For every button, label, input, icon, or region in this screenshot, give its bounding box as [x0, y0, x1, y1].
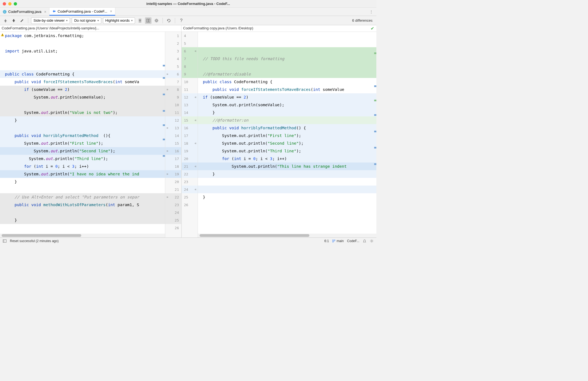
- right-file-path: CodeFormatting copy.java (/Users /Deskto…: [181, 25, 376, 32]
- gutter-line: 23: [182, 178, 198, 186]
- code-line[interactable]: public void horriblyFormattedMethod() {: [198, 124, 376, 132]
- apply-left-icon[interactable]: «: [195, 187, 197, 191]
- code-line[interactable]: [198, 63, 376, 70]
- code-line[interactable]: [0, 101, 165, 109]
- code-line[interactable]: System.out.println("This line has strang…: [198, 163, 376, 170]
- code-line[interactable]: [198, 201, 376, 209]
- apply-right-icon[interactable]: »: [166, 126, 168, 130]
- code-line[interactable]: public void forceIfStatementsToHaveBrace…: [0, 78, 165, 86]
- svg-point-12: [371, 240, 373, 242]
- right-editor-pane[interactable]: // TODO this file needs formatting//@for…: [198, 32, 376, 237]
- edit-button[interactable]: [19, 17, 25, 24]
- git-branch[interactable]: main: [332, 239, 344, 243]
- code-line[interactable]: public void horriblyFormattedMethod (){: [0, 132, 165, 139]
- highlight-mode-dropdown[interactable]: Highlight words ▾: [103, 17, 135, 24]
- minimize-window-button[interactable]: [8, 2, 12, 5]
- code-line[interactable]: }: [0, 178, 165, 186]
- code-line[interactable]: }: [198, 170, 376, 178]
- left-horizontal-scrollbar[interactable]: [0, 234, 165, 237]
- code-line[interactable]: if (someValue == 2): [198, 93, 376, 101]
- code-line[interactable]: }: [0, 116, 165, 124]
- viewer-mode-dropdown[interactable]: Side-by-side viewer ▾: [31, 17, 70, 24]
- code-line[interactable]: System.out.println("First line");: [198, 132, 376, 139]
- apply-left-icon[interactable]: «: [195, 49, 197, 53]
- code-line[interactable]: [0, 209, 165, 216]
- code-line[interactable]: [198, 178, 376, 186]
- next-diff-button[interactable]: [10, 17, 17, 24]
- code-line[interactable]: [0, 55, 165, 63]
- close-tab-icon[interactable]: ×: [110, 9, 112, 13]
- cursor-position[interactable]: 6:1: [324, 239, 329, 243]
- code-line[interactable]: public void forceIfStatementsToHaveBrace…: [198, 86, 376, 93]
- apply-right-icon[interactable]: »: [166, 172, 168, 176]
- code-line[interactable]: [0, 40, 165, 47]
- right-horizontal-scrollbar[interactable]: [198, 234, 376, 237]
- status-message: Reset successful (2 minutes ago): [10, 239, 58, 243]
- tab-diff[interactable]: CodeFormatting.java - CodeF... ×: [49, 8, 115, 16]
- code-line[interactable]: System.out.println(someValue);: [198, 101, 376, 109]
- status-codef[interactable]: CodeF...: [347, 239, 359, 243]
- tab-label: CodeFormatting.java: [8, 10, 41, 14]
- tool-window-button[interactable]: [3, 239, 7, 243]
- code-line[interactable]: [198, 47, 376, 55]
- code-line[interactable]: }: [0, 216, 165, 224]
- apply-right-icon[interactable]: »: [166, 88, 168, 91]
- code-line[interactable]: // TODO this file needs formatting: [198, 55, 376, 63]
- apply-right-icon[interactable]: »: [166, 72, 168, 76]
- prev-diff-button[interactable]: [2, 17, 9, 24]
- code-line[interactable]: System.out.println(someValue);: [0, 93, 165, 101]
- apply-left-icon[interactable]: «: [195, 118, 197, 122]
- settings-button[interactable]: [153, 17, 160, 24]
- code-line[interactable]: System.out.println("Second line");: [198, 139, 376, 147]
- close-window-button[interactable]: [3, 2, 6, 5]
- code-line[interactable]: for (int i = 0; i < 3; i++): [0, 163, 165, 170]
- apply-right-icon[interactable]: »: [166, 149, 168, 153]
- code-line[interactable]: System.out.println("Third line");: [198, 147, 376, 155]
- code-line[interactable]: public class CodeFormatting {: [0, 70, 165, 78]
- code-line[interactable]: System.out.println("I have no idea where…: [0, 170, 165, 178]
- tabs-menu-button[interactable]: ⋮: [366, 8, 376, 16]
- code-line[interactable]: System.out.println("Third line");: [0, 155, 165, 163]
- help-button[interactable]: ?: [178, 17, 184, 24]
- code-line[interactable]: if (someValue == 2): [0, 86, 165, 93]
- ignore-mode-dropdown[interactable]: Do not ignore ▾: [72, 17, 101, 24]
- code-line[interactable]: // Use Alt+Enter and select "Put paramet…: [0, 193, 165, 201]
- code-line[interactable]: System.out.println("Second line");: [0, 147, 165, 155]
- code-line[interactable]: [0, 63, 165, 70]
- ide-settings-button[interactable]: [370, 239, 374, 243]
- code-line[interactable]: [0, 124, 165, 132]
- code-line[interactable]: }: [198, 193, 376, 201]
- code-line[interactable]: [198, 186, 376, 193]
- notifications-button[interactable]: [363, 239, 366, 243]
- left-editor-pane[interactable]: package com.jetbrains.formatting;import …: [0, 32, 165, 237]
- code-line[interactable]: [0, 224, 165, 232]
- apply-right-icon[interactable]: »: [166, 195, 168, 199]
- code-line[interactable]: //@formatter:disable: [198, 70, 376, 78]
- code-line[interactable]: package com.jetbrains.formatting;: [0, 32, 165, 40]
- sync-scroll-button[interactable]: [145, 17, 152, 24]
- code-line[interactable]: [198, 40, 376, 47]
- code-line[interactable]: [198, 32, 376, 40]
- code-line[interactable]: System.out.println("Value is not two");: [0, 109, 165, 116]
- code-line[interactable]: import java.util.List;: [0, 47, 165, 55]
- code-line[interactable]: [0, 186, 165, 193]
- status-bar: Reset successful (2 minutes ago) 6:1 mai…: [0, 237, 376, 244]
- apply-left-icon[interactable]: «: [195, 141, 197, 145]
- code-line[interactable]: public class CodeFormatting {: [198, 78, 376, 86]
- close-tab-icon[interactable]: ×: [44, 10, 46, 14]
- code-line[interactable]: //@formatter:on: [198, 116, 376, 124]
- right-overview-ruler[interactable]: [374, 32, 376, 237]
- code-line[interactable]: public void methodWithLotsOfParameters(i…: [0, 201, 165, 209]
- dropdown-label: Do not ignore: [74, 18, 96, 23]
- tab-code-formatting[interactable]: C CodeFormatting.java ×: [0, 8, 49, 16]
- code-line[interactable]: for (int i = 0; i < 3; i++): [198, 155, 376, 163]
- code-line[interactable]: }: [198, 109, 376, 116]
- apply-left-icon[interactable]: «: [195, 95, 197, 99]
- collapse-unchanged-button[interactable]: [137, 17, 143, 24]
- maximize-window-button[interactable]: [14, 2, 17, 5]
- left-overview-ruler[interactable]: [163, 32, 165, 237]
- code-line[interactable]: System.out.println("First line");: [0, 139, 165, 147]
- kebab-icon: ⋮: [369, 10, 373, 14]
- refresh-button[interactable]: [166, 17, 172, 24]
- apply-left-icon[interactable]: «: [195, 164, 197, 168]
